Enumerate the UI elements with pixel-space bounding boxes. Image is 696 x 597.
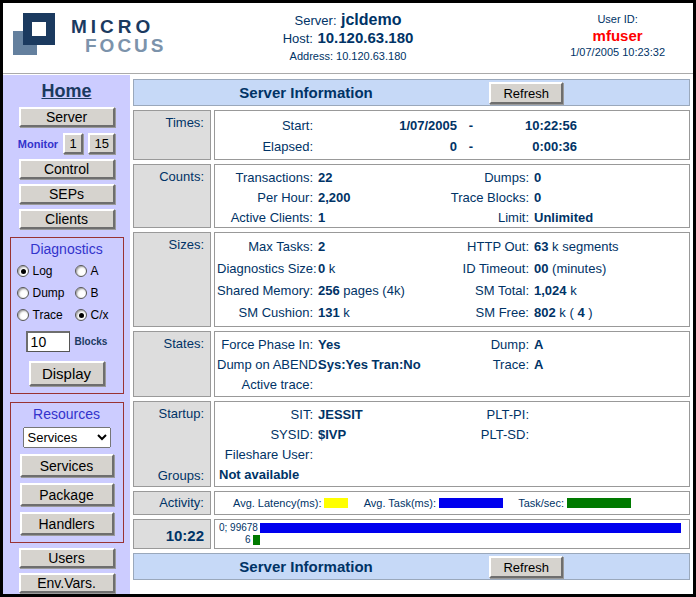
a-radio[interactable] — [75, 265, 87, 277]
refresh-button-top[interactable]: Refresh — [489, 82, 563, 104]
radio-option-cx: C/x — [75, 308, 117, 322]
active-clients-value: 1 — [318, 210, 325, 225]
resources-panel: Resources Services Services Package Hand… — [10, 402, 124, 543]
logo-text: MICRO FOCUS — [71, 17, 167, 55]
activity-row: Activity: Avg. Latency(ms): Avg. Task(ms… — [133, 491, 690, 515]
sizes-label: Sizes: — [133, 232, 211, 327]
sysid-value: $IVP — [318, 427, 346, 442]
times-content: Start: 1/07/2005 - 10:22:56 Elapsed: 0 -… — [214, 110, 690, 160]
cx-radio[interactable] — [75, 309, 87, 321]
address-line: Address: 10.120.63.180 — [283, 50, 414, 62]
max-tasks-value: 2 — [318, 239, 325, 254]
app-window: MICRO FOCUS Server: jcldemo Host: 10.120… — [0, 0, 696, 597]
ticker-line1-value: 0; 99678 — [217, 522, 258, 533]
groups-value: Not available — [217, 465, 685, 485]
display-button[interactable]: Display — [29, 361, 105, 386]
server-info-header-bar: Server Information Refresh — [133, 79, 690, 106]
logo-line1: MICRO — [71, 17, 167, 36]
force-phase-in-value: Yes — [318, 337, 340, 352]
activity-legend: Avg. Latency(ms): Avg. Task(ms): Task/se… — [214, 491, 690, 515]
server-name: jcldemo — [341, 11, 401, 28]
sizes-line: Shared Memory: 256 pages (4k) SM Total: … — [217, 280, 685, 302]
startup-row: Startup: Groups: SIT: JESSIT PLT-PI: SYS… — [133, 401, 690, 487]
times-label: Times: — [133, 110, 211, 160]
radio-option-b: B — [75, 286, 117, 300]
sidebar: Home Server Monitor 1 15 Control SEPs Cl… — [3, 75, 130, 594]
refresh-button-bottom[interactable]: Refresh — [489, 556, 563, 578]
legend-avg-latency: Avg. Latency(ms): — [233, 497, 348, 509]
elapsed-time: 0:00:36 — [485, 136, 577, 157]
envvars-button[interactable]: Env.Vars. — [19, 573, 115, 593]
address-ip: 10.120.63.180 — [336, 50, 406, 62]
timestamp: 1/07/2005 10:23:32 — [570, 46, 665, 58]
avg-task-bar — [260, 523, 681, 533]
clients-button[interactable]: Clients — [19, 209, 115, 229]
server-line: Server: jcldemo — [283, 11, 414, 29]
task-sec-bar — [253, 535, 260, 545]
monitor-1-button[interactable]: 1 — [63, 133, 83, 154]
radio-option-trace: Trace — [17, 308, 75, 322]
counts-line: Active Clients: 1 Limit: Unlimited — [217, 208, 685, 228]
control-button[interactable]: Control — [19, 159, 115, 179]
task-swatch — [439, 498, 503, 508]
legend-avg-task: Avg. Task(ms): — [364, 497, 503, 509]
resources-title: Resources — [33, 406, 100, 422]
activity-label: Activity: — [133, 491, 211, 515]
trace-blocks-value: 0 — [534, 190, 541, 205]
handlers-button[interactable]: Handlers — [20, 512, 114, 535]
trace-radio-label: Trace — [33, 308, 63, 322]
host-line: Host: 10.120.63.180 — [283, 29, 414, 47]
footer-title: Server Information — [134, 558, 478, 575]
diagnostics-title: Diagnostics — [30, 241, 102, 257]
server-info-table: Times: Start: 1/07/2005 - 10:22:56 Elaps… — [133, 110, 690, 580]
logo-square-dark — [23, 13, 55, 45]
elapsed-days: 0 — [313, 136, 457, 157]
blocks-row: Blocks — [26, 331, 108, 352]
start-line: Start: 1/07/2005 - 10:22:56 — [217, 115, 685, 136]
monitor-label: Monitor — [18, 138, 58, 150]
services-button[interactable]: Services — [20, 454, 114, 477]
dump-radio-label: Dump — [33, 286, 65, 300]
states-label: States: — [133, 331, 211, 397]
task-sec-swatch — [567, 498, 631, 508]
trace-radio[interactable] — [17, 309, 29, 321]
states-content: Force Phase In: Yes Dump: A Dump on ABEN… — [214, 331, 690, 397]
b-radio-label: B — [91, 286, 99, 300]
dumps-value: 0 — [534, 170, 541, 185]
package-button[interactable]: Package — [20, 483, 114, 506]
b-radio[interactable] — [75, 287, 87, 299]
times-row: Times: Start: 1/07/2005 - 10:22:56 Elaps… — [133, 110, 690, 160]
states-line: Dump on ABEND: Sys:Yes Tran:No Trace: A — [217, 355, 685, 375]
counts-line: Per Hour: 2,200 Trace Blocks: 0 — [217, 188, 685, 208]
startup-line: SIT: JESSIT PLT-PI: — [217, 405, 685, 425]
sizes-line: Diagnostics Size: 0 k ID Timeout: 00 (mi… — [217, 258, 685, 280]
ticker-line-1: 0; 99678 — [217, 522, 685, 533]
shared-memory-value: 256 — [318, 283, 340, 298]
trace-state-value: A — [534, 357, 543, 372]
startup-label: Startup: — [134, 406, 204, 421]
user-id-label: User ID: — [570, 13, 665, 25]
blocks-input[interactable] — [26, 331, 70, 352]
legend-task-sec: Task/sec: — [518, 497, 631, 509]
users-button[interactable]: Users — [19, 548, 115, 568]
ticker-line-2: 6 — [245, 534, 685, 545]
states-line: Force Phase In: Yes Dump: A — [217, 335, 685, 355]
counts-content: Transactions: 22 Dumps: 0 Per Hour: 2,20… — [214, 164, 690, 228]
start-time: 10:22:56 — [485, 115, 577, 136]
dump-radio[interactable] — [17, 287, 29, 299]
monitor-15-button[interactable]: 15 — [88, 133, 115, 154]
counts-line: Transactions: 22 Dumps: 0 — [217, 168, 685, 188]
log-radio[interactable] — [17, 265, 29, 277]
states-row: States: Force Phase In: Yes Dump: A Dump… — [133, 331, 690, 397]
page-title: Server Information — [134, 84, 478, 101]
server-button[interactable]: Server — [19, 107, 115, 127]
sizes-line: Max Tasks: 2 HTTP Out: 63 k segments — [217, 236, 685, 258]
user-id-value: mfuser — [570, 27, 665, 44]
monitor-row: Monitor 1 15 — [18, 133, 115, 154]
resources-select[interactable]: Services — [23, 427, 111, 448]
radio-option-a: A — [75, 264, 117, 278]
micro-focus-logo: MICRO FOCUS — [13, 13, 167, 59]
home-link[interactable]: Home — [41, 81, 91, 102]
server-info-footer-bar: Server Information Refresh — [133, 553, 690, 580]
seps-button[interactable]: SEPs — [19, 184, 115, 204]
